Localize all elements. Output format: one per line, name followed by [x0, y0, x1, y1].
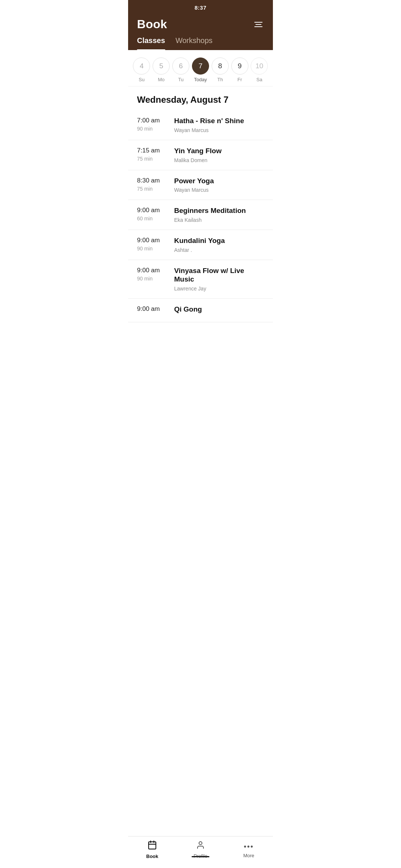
table-row[interactable]: 7:15 am 75 min Yin Yang Flow Malika Dome… — [128, 140, 273, 170]
class-info-1: Yin Yang Flow Malika Domen — [174, 147, 264, 163]
day-number-4: 4 — [133, 57, 150, 75]
day-label-10: Sa — [257, 77, 263, 82]
class-info-4: Kundalini Yoga Ashtar . — [174, 237, 264, 253]
table-row[interactable]: 9:00 am 60 min Beginners Meditation Eka … — [128, 200, 273, 230]
day-label-8: Th — [217, 77, 223, 82]
nav-profile[interactable]: Profile — [176, 841, 225, 859]
day-label-today: Today — [194, 77, 207, 82]
class-time-2: 8:30 am 75 min — [137, 177, 174, 192]
calendar-day-7[interactable]: 7 Today — [192, 57, 209, 82]
tab-classes[interactable]: Classes — [137, 36, 165, 50]
calendar-day-6[interactable]: 6 Tu — [172, 57, 189, 82]
filter-line-3 — [254, 26, 263, 27]
day-label-4: Su — [138, 77, 144, 82]
class-info-6: Qi Gong — [174, 305, 264, 316]
page-title: Book — [137, 17, 167, 31]
tabs-bar: Classes Workshops — [128, 31, 273, 50]
day-number-5: 5 — [153, 57, 170, 75]
class-time-5: 9:00 am 90 min — [137, 267, 174, 282]
date-heading: Wednesday, August 7 — [128, 86, 273, 110]
profile-icon — [196, 841, 205, 852]
table-row[interactable]: 9:00 am 90 min Kundalini Yoga Ashtar . — [128, 230, 273, 260]
day-number-8: 8 — [212, 57, 229, 75]
profile-active-bar — [192, 856, 209, 857]
more-icon: ••• — [244, 841, 254, 851]
class-info-3: Beginners Meditation Eka Kailash — [174, 207, 264, 223]
class-time-1: 7:15 am 75 min — [137, 147, 174, 162]
calendar-day-8[interactable]: 8 Th — [212, 57, 229, 82]
table-row[interactable]: 9:00 am 90 min Vinyasa Flow w/ Live Musi… — [128, 260, 273, 299]
class-info-0: Hatha - Rise n' Shine Wayan Marcus — [174, 117, 264, 133]
class-time-0: 7:00 am 90 min — [137, 117, 174, 132]
classes-list: 7:00 am 90 min Hatha - Rise n' Shine Way… — [128, 110, 273, 352]
calendar-strip: 4 Su 5 Mo 6 Tu 7 Today 8 Th 9 Fr 10 Sa — [128, 50, 273, 86]
class-info-2: Power Yoga Wayan Marcus — [174, 177, 264, 193]
svg-rect-0 — [149, 842, 156, 849]
day-label-5: Mo — [158, 77, 164, 82]
filter-line-1 — [254, 22, 263, 23]
calendar-day-5[interactable]: 5 Mo — [153, 57, 170, 82]
table-row[interactable]: 8:30 am 75 min Power Yoga Wayan Marcus — [128, 170, 273, 200]
class-info-5: Vinyasa Flow w/ Live Music Lawrence Jay — [174, 267, 264, 292]
table-row[interactable]: 7:00 am 90 min Hatha - Rise n' Shine Way… — [128, 110, 273, 140]
day-label-6: Tu — [178, 77, 184, 82]
nav-more-label: More — [243, 853, 254, 858]
filter-button[interactable] — [253, 20, 264, 29]
day-number-10: 10 — [251, 57, 268, 75]
calendar-day-4[interactable]: 4 Su — [133, 57, 150, 82]
class-time-4: 9:00 am 90 min — [137, 237, 174, 251]
nav-book[interactable]: Book — [128, 840, 176, 859]
header: Book — [128, 14, 273, 31]
status-time: 8:37 — [195, 4, 206, 11]
tab-workshops[interactable]: Workshops — [176, 36, 213, 50]
day-number-6: 6 — [172, 57, 189, 75]
day-number-7: 7 — [192, 57, 209, 75]
class-time-6: 9:00 am — [137, 305, 174, 314]
book-icon — [147, 840, 157, 852]
class-time-3: 9:00 am 60 min — [137, 207, 174, 221]
status-bar: 8:37 — [128, 0, 273, 14]
day-label-9: Fr — [238, 77, 242, 82]
calendar-day-9[interactable]: 9 Fr — [231, 57, 248, 82]
table-row[interactable]: 9:00 am Qi Gong — [128, 299, 273, 323]
nav-more[interactable]: ••• More — [225, 841, 273, 858]
filter-line-2 — [255, 24, 261, 25]
day-number-9: 9 — [231, 57, 248, 75]
nav-book-label: Book — [146, 854, 159, 859]
calendar-day-10[interactable]: 10 Sa — [251, 57, 268, 82]
svg-point-4 — [199, 842, 202, 845]
bottom-nav: Book Profile ••• More — [128, 836, 273, 868]
